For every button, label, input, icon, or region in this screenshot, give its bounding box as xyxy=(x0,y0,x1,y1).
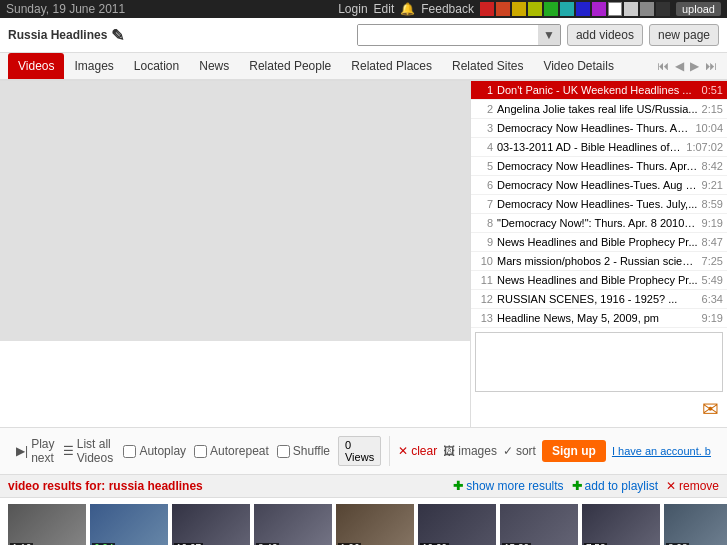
playlist-title: Angelina Jolie takes real life US/Russia… xyxy=(493,103,702,115)
playlist-item[interactable]: 6 Democracy Now Headlines-Tues. Aug ....… xyxy=(471,176,727,195)
play-next-icon: ▶| xyxy=(16,444,28,458)
tab-location[interactable]: Location xyxy=(124,53,189,79)
playlist-title: Don't Panic - UK Weekend Headlines ... xyxy=(493,84,702,96)
thumbnail-item[interactable]: 7:53 Democracy now Headlines- Wed. xyxy=(582,504,660,545)
playlist-title: Mars mission/phobos 2 - Russian scient..… xyxy=(493,255,702,267)
swatch-dark[interactable] xyxy=(656,2,670,16)
account-link[interactable]: I have an account. b xyxy=(612,445,711,457)
playlist-title: Headline News, May 5, 2009, pm xyxy=(493,312,702,324)
thumb-image: 8:42 xyxy=(254,504,332,545)
playlist-num: 2 xyxy=(475,103,493,115)
playlist-item[interactable]: 10 Mars mission/phobos 2 - Russian scien… xyxy=(471,252,727,271)
edit-link[interactable]: Edit xyxy=(374,2,395,16)
playlist-duration: 8:47 xyxy=(702,236,723,248)
edit-title-icon[interactable]: ✎ xyxy=(111,26,124,45)
shuffle-checkbox[interactable] xyxy=(277,445,290,458)
video-panel xyxy=(0,81,470,427)
sign-up-button[interactable]: Sign up xyxy=(542,440,606,462)
autorepeat-checkbox[interactable] xyxy=(194,445,207,458)
tab-videos[interactable]: Videos xyxy=(8,53,64,79)
playlist-duration: 9:19 xyxy=(702,217,723,229)
swatch-blue[interactable] xyxy=(576,2,590,16)
tab-video-details[interactable]: Video Details xyxy=(533,53,624,79)
swatch-lime[interactable] xyxy=(528,2,542,16)
shuffle-checkbox-label: Shuffle xyxy=(277,444,330,458)
swatch-white[interactable] xyxy=(608,2,622,16)
header: Russia Headlines ✎ ▼ add videos new page xyxy=(0,18,727,53)
thumb-image: 1:19 xyxy=(8,504,86,545)
thumb-image: 6:24 xyxy=(90,504,168,545)
sort-icon: ✓ xyxy=(503,444,513,458)
login-link[interactable]: Login xyxy=(338,2,367,16)
tab-images[interactable]: Images xyxy=(64,53,123,79)
tab-related-people[interactable]: Related People xyxy=(239,53,341,79)
thumbnail-item[interactable]: 8:42 Democracy Now Headlines- Fri. xyxy=(254,504,332,545)
show-more-link[interactable]: ✚ show more results xyxy=(453,479,563,493)
list-icon: ☰ xyxy=(63,444,74,458)
clear-button[interactable]: ✕ clear xyxy=(398,444,437,458)
new-page-button[interactable]: new page xyxy=(649,24,719,46)
feedback-icon: 🔔 xyxy=(400,2,415,16)
playlist-item[interactable]: 5 Democracy Now Headlines- Thurs. Apr...… xyxy=(471,157,727,176)
tab-news[interactable]: News xyxy=(189,53,239,79)
search-dropdown-icon[interactable]: ▼ xyxy=(538,25,560,45)
playlist-duration: 9:21 xyxy=(702,179,723,191)
sort-button[interactable]: ✓ sort xyxy=(503,444,536,458)
upload-button[interactable]: upload xyxy=(676,2,721,16)
nav-prev-icon[interactable]: ◀ xyxy=(673,59,686,73)
playlist-item[interactable]: 2 Angelina Jolie takes real life US/Russ… xyxy=(471,100,727,119)
swatch-red[interactable] xyxy=(480,2,494,16)
tab-related-places[interactable]: Related Places xyxy=(341,53,442,79)
playlist-item[interactable]: 7 Democracy Now Headlines- Tues. July,..… xyxy=(471,195,727,214)
feedback-link[interactable]: Feedback xyxy=(421,2,474,16)
swatch-purple[interactable] xyxy=(592,2,606,16)
playlist-item[interactable]: 1 Don't Panic - UK Weekend Headlines ...… xyxy=(471,81,727,100)
swatch-yellow[interactable] xyxy=(512,2,526,16)
thumbnail-item[interactable]: 15:30 NATO, Unemployment, xyxy=(500,504,578,545)
swatch-teal[interactable] xyxy=(560,2,574,16)
swatch-gray[interactable] xyxy=(640,2,654,16)
playlist-item[interactable]: 11 News Headlines and Bible Prophecy Pr.… xyxy=(471,271,727,290)
playlist-duration: 1:07:02 xyxy=(686,141,723,153)
add-playlist-link[interactable]: ✚ add to playlist xyxy=(572,479,658,493)
playlist-title: Democracy Now Headlines- Tues. July,... xyxy=(493,198,702,210)
playlist-item[interactable]: 9 News Headlines and Bible Prophecy Pr..… xyxy=(471,233,727,252)
play-next-button[interactable]: ▶| Play next xyxy=(16,437,55,465)
playlist-item[interactable]: 12 RUSSIAN SCENES, 1916 - 1925? ... 6:34 xyxy=(471,290,727,309)
playlist-duration: 5:49 xyxy=(702,274,723,286)
video-player[interactable] xyxy=(0,81,470,341)
playlist-item[interactable]: 13 Headline News, May 5, 2009, pm 9:19 xyxy=(471,309,727,328)
thumbnail-item[interactable]: 1:19 Russia Today News: Opening, xyxy=(8,504,86,545)
thumbnail-item[interactable]: 6:24 Russian Scenes - Soviet Union xyxy=(90,504,168,545)
autoplay-checkbox[interactable] xyxy=(123,445,136,458)
playlist-num: 12 xyxy=(475,293,493,305)
comment-textarea[interactable] xyxy=(475,332,723,392)
playlist-title: "Democracy Now!": Thurs. Apr. 8 2010: I.… xyxy=(493,217,702,229)
thumbnail-item[interactable]: 1:06 Blues News Headlines from xyxy=(336,504,414,545)
playlist-item[interactable]: 8 "Democracy Now!": Thurs. Apr. 8 2010: … xyxy=(471,214,727,233)
playlist-item[interactable]: 4 03-13-2011 AD - Bible Headlines of the… xyxy=(471,138,727,157)
send-icon[interactable]: ✉ xyxy=(702,397,719,421)
playlist-title: News Headlines and Bible Prophecy Pr... xyxy=(493,274,702,286)
plus-icon: ✚ xyxy=(453,479,463,493)
thumbnail-item[interactable]: 10:07 Democracy Now Headlines- Mon. xyxy=(172,504,250,545)
list-all-button[interactable]: ☰ List all Videos xyxy=(63,437,116,465)
search-input[interactable] xyxy=(358,25,538,45)
images-button[interactable]: 🖼 images xyxy=(443,444,497,458)
playlist-item[interactable]: 3 Democracy Now Headlines- Thurs. Aug...… xyxy=(471,119,727,138)
nav-last-icon[interactable]: ⏭ xyxy=(703,59,719,73)
thumb-image: 1:06 xyxy=(336,504,414,545)
nav-first-icon[interactable]: ⏮ xyxy=(655,59,671,73)
swatch-green[interactable] xyxy=(544,2,558,16)
add-videos-button[interactable]: add videos xyxy=(567,24,643,46)
swatch-lightgray[interactable] xyxy=(624,2,638,16)
nav-next-icon[interactable]: ▶ xyxy=(688,59,701,73)
remove-link[interactable]: ✕ remove xyxy=(666,479,719,493)
thumbnail-item[interactable]: 8:08 Daily Video News Blog for xyxy=(664,504,727,545)
tab-related-sites[interactable]: Related Sites xyxy=(442,53,533,79)
swatch-orange[interactable] xyxy=(496,2,510,16)
search-bar: video results for: russia headlines ✚ sh… xyxy=(0,475,727,498)
plus-icon-2: ✚ xyxy=(572,479,582,493)
playlist-duration: 0:51 xyxy=(702,84,723,96)
thumbnail-item[interactable]: 10:29 News Headlines and Bible xyxy=(418,504,496,545)
